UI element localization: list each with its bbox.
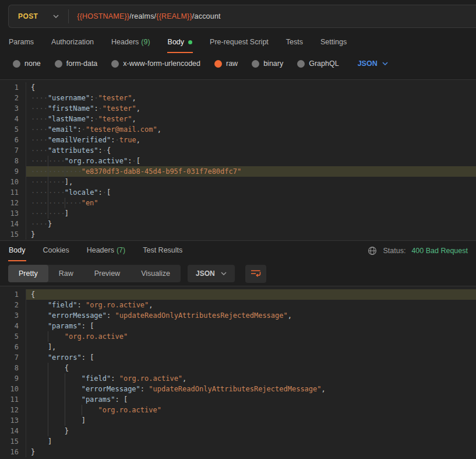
code-line[interactable]: 2····"username":·"tester", xyxy=(0,93,476,103)
url-input[interactable]: {{HOSTNAME}}/realms/{{REALM}}/account xyxy=(77,12,220,20)
code-line: 16} xyxy=(0,447,476,457)
line-number: 3 xyxy=(0,310,26,321)
line-number: 6 xyxy=(0,135,26,145)
line-number: 7 xyxy=(0,145,26,156)
response-view-switch: Pretty Raw Preview Visualize xyxy=(8,265,181,282)
code-line[interactable]: 3····"firstName":·"tester", xyxy=(0,103,476,114)
line-number: 11 xyxy=(0,187,26,198)
line-number: 2 xyxy=(0,300,26,310)
body-content-dot-indicator xyxy=(188,40,192,44)
code-line[interactable]: 12············"en" xyxy=(0,198,476,208)
divider xyxy=(68,9,69,23)
radio-circle-icon xyxy=(297,60,305,68)
chevron-down-icon xyxy=(53,15,59,18)
code-line: 10 "errorMessage": "updateReadOnlyAttrib… xyxy=(0,384,476,394)
line-number: 12 xyxy=(0,405,26,415)
response-body-viewer[interactable]: 1{2 "field": "org.ro.active",3 "errorMes… xyxy=(0,286,476,459)
line-number: 4 xyxy=(0,114,26,124)
headers-count-badge: (9) xyxy=(141,38,150,46)
body-format-selector[interactable]: JSON xyxy=(358,59,388,68)
radio-raw[interactable]: raw xyxy=(214,59,238,68)
response-toolbar: Pretty Raw Preview Visualize JSON xyxy=(0,261,476,286)
radio-circle-icon xyxy=(55,60,62,68)
view-tab-visualize[interactable]: Visualize xyxy=(131,265,181,282)
url-segment-realm-var: {{REALM}} xyxy=(156,12,192,20)
chevron-down-icon xyxy=(382,62,388,65)
code-line[interactable]: 13········] xyxy=(0,208,476,219)
line-number: 13 xyxy=(0,208,26,219)
line-number: 11 xyxy=(0,394,26,405)
code-line[interactable]: 10········], xyxy=(0,177,476,187)
tab-pre-request-script[interactable]: Pre-request Script xyxy=(209,33,269,53)
code-line[interactable]: 5····"email":·"tester@mail.com", xyxy=(0,124,476,135)
line-number: 12 xyxy=(0,198,26,208)
code-line: 15 ] xyxy=(0,436,476,447)
wrap-text-button[interactable] xyxy=(245,265,266,283)
line-number: 9 xyxy=(0,373,26,384)
line-number: 15 xyxy=(0,436,26,447)
code-line[interactable]: 1{ xyxy=(0,82,476,93)
code-line: 12 "org.ro.active" xyxy=(0,405,476,415)
line-number: 10 xyxy=(0,384,26,394)
request-url-bar: POST {{HOSTNAME}}/realms/{{REALM}}/accou… xyxy=(8,5,476,28)
tab-test-results[interactable]: Test Results xyxy=(142,241,183,261)
request-tabs: Params Authorization Headers(9) Body Pre… xyxy=(0,33,476,52)
tab-authorization[interactable]: Authorization xyxy=(51,33,94,53)
code-line[interactable]: 9············"e8370df3-dab8-45d4-b95f-03… xyxy=(0,166,476,177)
line-number: 14 xyxy=(0,219,26,229)
view-tab-pretty[interactable]: Pretty xyxy=(8,265,48,282)
code-line[interactable]: 7····"attributes":·{ xyxy=(0,145,476,156)
line-number: 2 xyxy=(0,93,26,103)
code-line: 7 "errors": [ xyxy=(0,352,476,363)
tab-response-body[interactable]: Body xyxy=(8,241,26,261)
code-line: 9 "field": "org.ro.active", xyxy=(0,373,476,384)
radio-selected-icon xyxy=(214,60,222,68)
line-number: 5 xyxy=(0,124,26,135)
code-line[interactable]: 14····} xyxy=(0,219,476,229)
url-segment-hostname-var: {{HOSTNAME}} xyxy=(77,12,129,20)
line-number: 13 xyxy=(0,415,26,426)
tab-settings[interactable]: Settings xyxy=(320,33,347,53)
radio-circle-icon xyxy=(252,60,259,68)
radio-binary[interactable]: binary xyxy=(252,59,283,68)
radio-x-www-form-urlencoded[interactable]: x-www-form-urlencoded xyxy=(111,59,200,68)
code-line[interactable]: 8········"org.ro.active":·[ xyxy=(0,156,476,166)
code-line[interactable]: 11········"locale":·[ xyxy=(0,187,476,198)
status-value[interactable]: 400 Bad Request xyxy=(411,247,468,255)
response-tabs: Body Cookies Headers(7) Test Results Sta… xyxy=(0,240,476,261)
line-number: 5 xyxy=(0,331,26,342)
radio-form-data[interactable]: form-data xyxy=(55,59,98,68)
line-number: 3 xyxy=(0,103,26,114)
tab-body[interactable]: Body xyxy=(167,33,193,53)
url-segment-path: /realms/ xyxy=(129,12,156,20)
line-number: 1 xyxy=(0,82,26,93)
response-format-selector[interactable]: JSON xyxy=(188,265,235,282)
radio-none[interactable]: none xyxy=(13,59,41,68)
status-label: Status: xyxy=(383,247,406,255)
line-number: 16 xyxy=(0,447,26,457)
code-line[interactable]: 6····"emailVerified":·true, xyxy=(0,135,476,145)
code-line[interactable]: 15} xyxy=(0,229,476,240)
tab-tests[interactable]: Tests xyxy=(285,33,304,53)
chevron-down-icon xyxy=(221,272,227,275)
view-tab-preview[interactable]: Preview xyxy=(84,265,131,282)
body-mode-row: none form-data x-www-form-urlencoded raw… xyxy=(0,55,476,72)
radio-graphql[interactable]: GraphQL xyxy=(297,59,339,68)
tab-cookies[interactable]: Cookies xyxy=(43,241,70,261)
tab-headers[interactable]: Headers(9) xyxy=(111,33,151,53)
view-tab-raw[interactable]: Raw xyxy=(48,265,84,282)
line-number: 10 xyxy=(0,177,26,187)
response-headers-count-badge: (7) xyxy=(117,246,125,254)
line-number: 7 xyxy=(0,352,26,363)
code-line[interactable]: 4····"lastName":·"tester", xyxy=(0,114,476,124)
globe-icon[interactable] xyxy=(368,246,377,255)
tab-response-headers[interactable]: Headers(7) xyxy=(86,241,126,261)
code-line: 6 ], xyxy=(0,342,476,352)
method-selector[interactable]: POST xyxy=(9,12,68,20)
tab-params[interactable]: Params xyxy=(8,33,34,53)
line-number: 14 xyxy=(0,426,26,436)
request-body-editor[interactable]: 1{2····"username":·"tester",3····"firstN… xyxy=(0,79,476,240)
line-number: 4 xyxy=(0,321,26,331)
line-number: 15 xyxy=(0,229,26,240)
line-number: 1 xyxy=(0,289,26,300)
